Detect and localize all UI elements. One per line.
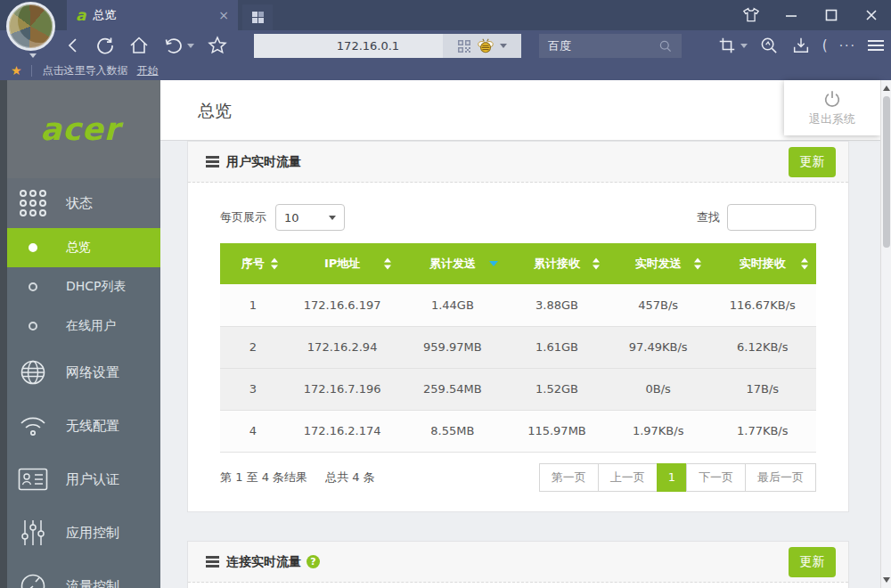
user-traffic-body: 每页展示 10 查找: [188, 183, 848, 492]
sidebar-item-label: 应用控制: [66, 525, 119, 542]
skin-theme-button[interactable]: [731, 0, 771, 30]
scroll-up-icon[interactable]: [883, 86, 890, 91]
refresh-button[interactable]: [94, 35, 116, 56]
more-options-icon[interactable]: ···: [839, 38, 856, 53]
sort-icon[interactable]: [384, 258, 391, 270]
menu-button[interactable]: [868, 40, 884, 51]
table-row[interactable]: 1 172.16.6.197 1.44GB 3.88GB 457B/s 116.…: [220, 284, 816, 326]
close-window-button[interactable]: [851, 0, 891, 30]
user-traffic-title: 用户实时流量: [226, 154, 301, 170]
column-header-index[interactable]: 序号: [220, 243, 286, 284]
page-scrollbar[interactable]: [880, 80, 891, 588]
favorite-button[interactable]: [207, 35, 228, 56]
window-controls: [731, 0, 891, 30]
column-header-ip[interactable]: IP地址: [286, 243, 399, 284]
home-icon: [128, 35, 150, 56]
undo-dropdown-icon[interactable]: [187, 44, 194, 48]
last-page-button[interactable]: 最后一页: [745, 463, 816, 492]
search-box[interactable]: 百度: [539, 34, 682, 58]
sidebar-item-dhcp-list[interactable]: DHCP列表: [0, 267, 160, 306]
sidebar-item-traffic-control[interactable]: 流量控制: [0, 559, 160, 588]
browser-toolbar: 172.16.0.1: [0, 30, 891, 61]
home-button[interactable]: [128, 35, 150, 56]
url-text[interactable]: 172.16.0.1: [254, 39, 443, 53]
search-icon[interactable]: [658, 39, 673, 53]
sidebar-item-online-users[interactable]: 在线用户: [0, 306, 160, 346]
table-row[interactable]: 3 172.16.7.196 259.54MB 1.52GB 0B/s 17B/…: [220, 368, 816, 410]
sidebar-item-label: 网络设置: [66, 364, 119, 381]
scrollbar-thumb[interactable]: [883, 96, 890, 248]
prev-page-button[interactable]: 上一页: [598, 463, 658, 492]
address-bar[interactable]: 172.16.0.1: [254, 34, 521, 58]
dot-filled-icon: [0, 243, 66, 252]
start-link[interactable]: 开始: [137, 63, 159, 78]
sidebar-item-label: 在线用户: [66, 318, 116, 334]
column-header-realtime-received[interactable]: 实时接收: [709, 243, 816, 284]
screenshot-button[interactable]: [717, 36, 748, 55]
first-page-button[interactable]: 第一页: [539, 463, 599, 492]
page-1-button[interactable]: 1: [657, 463, 687, 492]
screenshot-dropdown-icon[interactable]: [740, 44, 748, 48]
table-row[interactable]: 2 172.16.2.94 959.97MB 1.61GB 97.49KB/s …: [220, 326, 816, 368]
new-tab-button[interactable]: [242, 4, 273, 30]
sidebar-item-label: 总览: [66, 240, 91, 256]
acer-logo: acer: [40, 111, 119, 147]
nav-buttons: [64, 30, 228, 61]
table-footer: 第 1 至 4 条结果 总共 4 条 第一页 上一页 1 下一页 最后一页: [220, 463, 816, 492]
connection-traffic-panel: 连接实时流量 ? 更新: [187, 541, 849, 588]
bookmark-star-icon[interactable]: ★: [11, 63, 22, 78]
column-header-total-sent[interactable]: 累计发送: [399, 243, 506, 284]
column-header-realtime-sent[interactable]: 实时发送: [608, 243, 709, 284]
main-area: 总览 退出系统 用户实时流量 更新 每页展示: [160, 80, 880, 588]
dot-outline-icon: [0, 282, 66, 291]
address-dropdown-icon[interactable]: [500, 44, 507, 48]
maximize-button[interactable]: [811, 0, 851, 30]
sidebar-item-label: 用户认证: [66, 471, 119, 488]
power-icon: [822, 89, 842, 109]
refresh-connection-traffic-button[interactable]: 更新: [789, 547, 836, 577]
download-button[interactable]: [791, 36, 811, 55]
extension-tray-icon[interactable]: (: [822, 37, 828, 53]
undo-button[interactable]: [162, 35, 194, 56]
help-icon[interactable]: ?: [307, 555, 320, 568]
import-data-link[interactable]: 点击这里导入数据: [43, 63, 128, 78]
browser-avatar[interactable]: [6, 2, 55, 51]
browser-tab[interactable]: a 总览 ×: [67, 0, 238, 30]
bee-icon[interactable]: [477, 37, 495, 54]
page-title: 总览: [198, 100, 232, 123]
minimize-button[interactable]: [771, 0, 811, 30]
table-search-input[interactable]: [727, 204, 816, 231]
tab-close-icon[interactable]: ×: [218, 8, 229, 22]
sort-desc-active-icon[interactable]: [489, 261, 498, 266]
back-button[interactable]: [64, 36, 82, 55]
sort-icon[interactable]: [801, 258, 808, 270]
table-search-label: 查找: [697, 209, 720, 225]
page-size-select[interactable]: 10: [275, 204, 345, 231]
sidebar-item-status[interactable]: 状态: [0, 178, 160, 228]
table-row[interactable]: 4 172.16.2.174 8.55MB 115.97MB 1.97KB/s …: [220, 410, 816, 452]
avatar-dropdown-icon[interactable]: [29, 53, 37, 58]
sort-icon[interactable]: [593, 258, 600, 270]
column-header-total-received[interactable]: 累计接收: [506, 243, 608, 284]
next-page-button[interactable]: 下一页: [686, 463, 746, 492]
sidebar-item-network-settings[interactable]: 网络设置: [0, 346, 160, 399]
back-icon: [64, 36, 82, 55]
table-search-group: 查找: [697, 204, 816, 231]
sidebar-item-user-auth[interactable]: 用户认证: [0, 453, 160, 506]
sort-icon[interactable]: [694, 258, 701, 270]
logout-button[interactable]: 退出系统: [784, 80, 880, 135]
qr-code-icon[interactable]: [457, 39, 471, 53]
find-button[interactable]: [759, 36, 780, 56]
logo-area: acer: [0, 80, 160, 178]
sidebar-item-wireless-config[interactable]: 无线配置: [0, 399, 160, 453]
sort-icon[interactable]: [271, 258, 278, 270]
sidebar-item-app-control[interactable]: 应用控制: [0, 506, 160, 559]
avatar[interactable]: [6, 2, 55, 51]
table-controls: 每页展示 10 查找: [220, 204, 816, 231]
scroll-down-icon[interactable]: [883, 577, 890, 583]
bookmark-divider: [31, 65, 32, 77]
refresh-user-traffic-button[interactable]: 更新: [789, 147, 836, 177]
tab-title: 总览: [93, 7, 218, 23]
refresh-icon: [94, 35, 116, 56]
sidebar-item-overview[interactable]: 总览: [0, 228, 160, 267]
